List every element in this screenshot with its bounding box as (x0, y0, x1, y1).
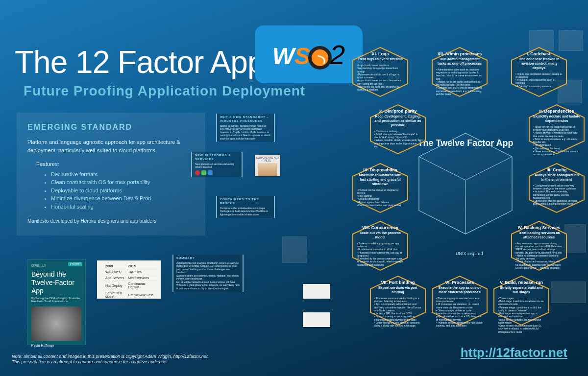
hex-iii-config: III. ConfigAlways store configuration in… (527, 163, 586, 213)
feature-item: Clean contract with OS for max portabili… (51, 178, 195, 187)
panel-heading: EMERGING STANDARD (27, 121, 195, 133)
logo-2: 2 (330, 39, 345, 70)
hex-vi-processes: VI. ProcessesExecute the app as one or m… (430, 275, 489, 326)
emerging-standard-panel: EMERGING STANDARD Platform and language … (17, 113, 205, 235)
book-author: Kevin Hoffman (31, 344, 81, 347)
cloud-icon (208, 170, 213, 175)
thumb-build-diagram (551, 282, 586, 303)
panel-intro: Platform and language agnostic approach … (27, 138, 195, 154)
hex-xi-logs: XI. LogsTreat logs as event streams• Log… (351, 47, 410, 97)
book-image (31, 306, 81, 341)
hex-v-build-release-run: V. Build, release, runStrictly separate … (492, 275, 551, 326)
hex-viii-concurrency: VIII. ConcurrencyScale out via the proce… (351, 220, 410, 271)
book-cover: O'REILLY Pivotal Beyond the Twelve-Facto… (27, 259, 86, 345)
features-label: Features: (36, 160, 195, 168)
mini-card-containers: CONTAINERS TO THE RESCUE Containers offe… (216, 196, 275, 218)
pets-image: SERVERS ARE NOT PETS (255, 155, 280, 176)
thumb-port-diagram-2 (303, 312, 330, 327)
gear-icon (195, 170, 200, 175)
book-title: Beyond the Twelve-Factor App (31, 270, 81, 295)
feature-item: Horizontal scaling (51, 203, 195, 211)
logo-circle-icon (308, 46, 332, 70)
feature-item: Deployable to cloud platforms (51, 187, 195, 195)
feature-item: Minimize divergence between Dev & Prod (51, 194, 195, 203)
features-list: Declarative formats Clean contract with … (51, 170, 195, 211)
panel-credit: Manifesto developed by Heroku designers … (27, 217, 195, 225)
era-table: 20052015 WAR filesJAR files App ServersM… (101, 263, 157, 300)
hex-ix-disposability: IX. DisposabilityMaximize robustness wit… (351, 163, 410, 213)
hex-i-codebase: I. CodebaseOne codebase tracked in revis… (510, 47, 568, 97)
hex-ii-dependencies: II. DependenciesExplicitly declare and i… (527, 104, 586, 155)
mini-card-platforms: NEW PLATFORMS & SERVICES New platforms &… (191, 152, 243, 177)
wso2-logo: WS2 (255, 25, 363, 83)
book-tag: Pivotal (68, 262, 82, 266)
main-title: The 12 Factor App (15, 44, 265, 80)
footnote: Note: almost all content and images in t… (12, 354, 209, 365)
hex-vii-port-binding: VII. Port bindingExport services via por… (368, 275, 427, 326)
thumb-port-diagram-1 (303, 284, 330, 299)
mini-card-summary: SUMMARY Apps/services can & will be affe… (172, 255, 244, 292)
logo-w: W (272, 43, 294, 69)
twelve-factor-link[interactable]: http://12factor.net (461, 345, 567, 360)
mini-card-pressures: WHY A NEW STANDARD? – INDUSTRY PRESSURES… (216, 114, 275, 142)
feature-item: Declarative formats (51, 170, 195, 179)
book-subtitle: Exploring the DNA of Highly Scalable, Re… (31, 297, 81, 303)
subtitle: Future Proofing Application Deployment (24, 83, 305, 99)
thumb-concurrency-diagram (282, 236, 307, 263)
unix-note: UNIX inspired (456, 251, 483, 256)
hex-iv-backing-services: IV. Backing ServicesTreat backing servic… (510, 220, 568, 271)
node-icon (201, 170, 206, 175)
hex-x-dev-prod-parity: X. Dev/prod parityKeep development, stag… (368, 104, 427, 155)
era-comparison-card: 20052015 WAR filesJAR files App ServersM… (97, 260, 161, 299)
hex-xii-admin-processes: XII. Admin processesRun admin/management… (430, 47, 489, 97)
